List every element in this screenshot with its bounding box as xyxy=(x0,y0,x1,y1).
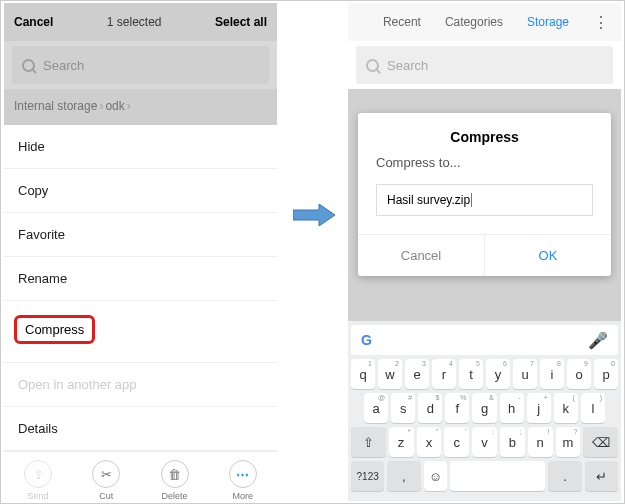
key-c[interactable]: c' xyxy=(444,427,469,457)
key-m[interactable]: m? xyxy=(556,427,581,457)
compress-dialog: Compress Compress to... Hasil survey.zip… xyxy=(358,113,611,276)
action-more[interactable]: ⋯ More xyxy=(229,460,257,501)
send-icon: ⇪ xyxy=(24,460,52,488)
key-u[interactable]: u7 xyxy=(513,359,537,389)
key-l[interactable]: l) xyxy=(581,393,605,423)
key-h[interactable]: h- xyxy=(500,393,524,423)
key-shift[interactable]: ⇧ xyxy=(351,427,386,457)
key-q[interactable]: q1 xyxy=(351,359,375,389)
key-t[interactable]: t5 xyxy=(459,359,483,389)
google-logo-icon[interactable]: G xyxy=(361,332,372,348)
key-n[interactable]: n! xyxy=(528,427,553,457)
menu-details[interactable]: Details xyxy=(4,407,277,451)
svg-marker-0 xyxy=(293,204,335,226)
key-x[interactable]: x" xyxy=(417,427,442,457)
key-d[interactable]: d$ xyxy=(418,393,442,423)
key-a[interactable]: a@ xyxy=(364,393,388,423)
key-period[interactable]: . xyxy=(548,461,581,491)
text-caret xyxy=(471,193,472,207)
key-p[interactable]: p0 xyxy=(594,359,618,389)
key-e[interactable]: e3 xyxy=(405,359,429,389)
search-placeholder: Search xyxy=(387,58,428,73)
kebab-menu-icon[interactable]: ⋮ xyxy=(593,13,609,32)
key-y[interactable]: y6 xyxy=(486,359,510,389)
key-enter[interactable]: ↵ xyxy=(585,461,618,491)
bottom-action-bar: ⇪ Send ✂ Cut 🗑 Delete ⋯ More xyxy=(4,451,277,501)
top-tabs: Recent Categories Storage ⋮ xyxy=(348,3,621,41)
key-emoji[interactable]: ☺ xyxy=(424,461,448,491)
dialog-ok-button[interactable]: OK xyxy=(485,235,611,276)
key-backspace[interactable]: ⌫ xyxy=(583,427,618,457)
more-icon: ⋯ xyxy=(229,460,257,488)
menu-compress[interactable]: Compress xyxy=(14,315,95,344)
phone-right: Recent Categories Storage ⋮ Search Compr… xyxy=(348,3,621,501)
key-j[interactable]: j+ xyxy=(527,393,551,423)
key-k[interactable]: k( xyxy=(554,393,578,423)
phone-left: Cancel 1 selected Select all Search Inte… xyxy=(4,3,277,501)
delete-icon: 🗑 xyxy=(161,460,189,488)
key-o[interactable]: o9 xyxy=(567,359,591,389)
key-z[interactable]: z* xyxy=(389,427,414,457)
key-r[interactable]: r4 xyxy=(432,359,456,389)
menu-copy[interactable]: Copy xyxy=(4,169,277,213)
tab-categories[interactable]: Categories xyxy=(445,15,503,29)
filename-input[interactable]: Hasil survey.zip xyxy=(376,184,593,216)
dialog-subtitle: Compress to... xyxy=(358,155,611,180)
search-field[interactable]: Search xyxy=(356,46,613,84)
dialog-cancel-button[interactable]: Cancel xyxy=(358,235,485,276)
menu-favorite[interactable]: Favorite xyxy=(4,213,277,257)
key-w[interactable]: w2 xyxy=(378,359,402,389)
key-s[interactable]: s# xyxy=(391,393,415,423)
key-b[interactable]: b; xyxy=(500,427,525,457)
action-cut[interactable]: ✂ Cut xyxy=(92,460,120,501)
left-dimmed-header: Cancel 1 selected Select all Search Inte… xyxy=(4,3,277,125)
key-f[interactable]: f% xyxy=(445,393,469,423)
action-send: ⇪ Send xyxy=(24,460,52,501)
context-menu: Hide Copy Favorite Rename Compress Open … xyxy=(4,125,277,451)
cut-icon: ✂ xyxy=(92,460,120,488)
suggestion-bar: G 🎤 xyxy=(351,325,618,355)
soft-keyboard: G 🎤 q1w2e3r4t5y6u7i8o9p0 a@s#d$f%g&h-j+k… xyxy=(348,321,621,501)
tab-storage[interactable]: Storage xyxy=(527,15,569,29)
search-icon xyxy=(366,59,379,72)
key-v[interactable]: v: xyxy=(472,427,497,457)
menu-rename[interactable]: Rename xyxy=(4,257,277,301)
arrow-icon xyxy=(293,201,335,233)
key-i[interactable]: i8 xyxy=(540,359,564,389)
menu-hide[interactable]: Hide xyxy=(4,125,277,169)
action-delete[interactable]: 🗑 Delete xyxy=(161,460,189,501)
key-space[interactable] xyxy=(450,461,545,491)
key-symbols[interactable]: ?123 xyxy=(351,461,384,491)
dialog-title: Compress xyxy=(358,113,611,155)
key-comma[interactable]: , xyxy=(387,461,420,491)
menu-open-in-app: Open in another app xyxy=(4,363,277,407)
mic-icon[interactable]: 🎤 xyxy=(588,331,608,350)
tab-recent[interactable]: Recent xyxy=(383,15,421,29)
key-g[interactable]: g& xyxy=(472,393,496,423)
